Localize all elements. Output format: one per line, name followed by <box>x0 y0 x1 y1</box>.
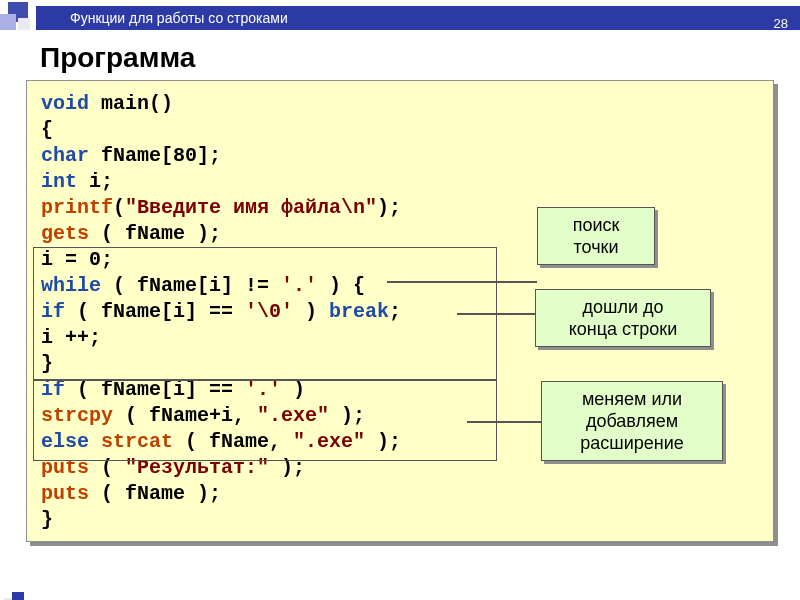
leader-line <box>467 421 543 423</box>
callout-text: меняем или <box>582 389 682 409</box>
callout-text: поиск <box>573 215 620 235</box>
code-block: void main() { char fName[80]; int i; pri… <box>26 80 774 542</box>
callout-text: конца строки <box>569 319 678 339</box>
callout-text: дошли до <box>582 297 663 317</box>
callout-text: точки <box>574 237 619 257</box>
code-line: } <box>41 507 759 533</box>
code-line: char fName[80]; <box>41 143 759 169</box>
callout-text: добавляем <box>586 411 678 431</box>
highlight-box-ifelse <box>33 379 497 461</box>
breadcrumb: Функции для работы со строками 28 <box>36 6 800 30</box>
slide-body: void main() { char fName[80]; int i; pri… <box>26 80 774 542</box>
decor-square <box>0 14 16 30</box>
callout-search-dot: поиск точки <box>537 207 655 265</box>
code-line: puts ( fName ); <box>41 481 759 507</box>
leader-line <box>387 281 537 283</box>
page-title: Программа <box>40 42 800 74</box>
slide-header: Функции для работы со строками 28 <box>0 0 800 40</box>
leader-line <box>457 313 537 315</box>
decor-square <box>12 592 24 600</box>
page-number: 28 <box>774 12 788 36</box>
callout-end-of-string: дошли до конца строки <box>535 289 711 347</box>
callout-text: расширение <box>580 433 684 453</box>
decor-square <box>18 18 30 30</box>
callout-change-extension: меняем или добавляем расширение <box>541 381 723 461</box>
breadcrumb-text: Функции для работы со строками <box>70 10 288 26</box>
code-line: int i; <box>41 169 759 195</box>
highlight-box-while <box>33 247 497 381</box>
code-line: { <box>41 117 759 143</box>
code-line: void main() <box>41 91 759 117</box>
